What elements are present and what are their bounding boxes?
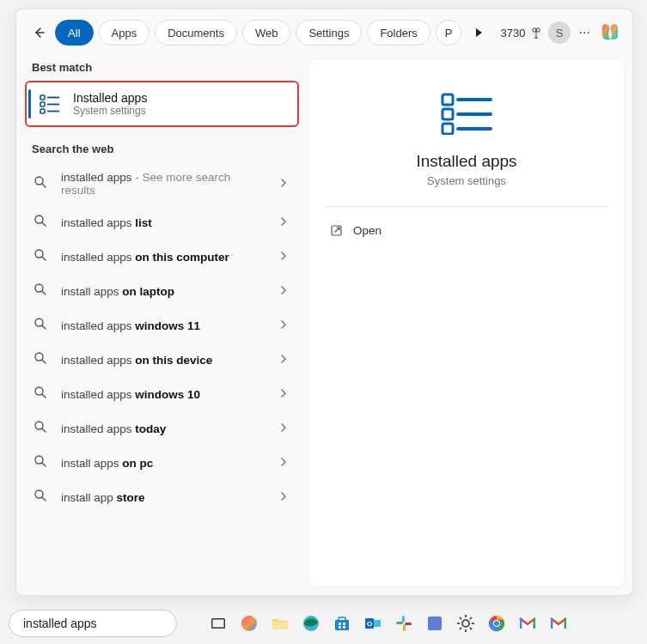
back-button[interactable]	[27, 21, 50, 45]
svg-rect-74	[565, 618, 567, 629]
web-result-item[interactable]: installed apps on this computer	[25, 240, 299, 274]
svg-rect-39	[213, 620, 224, 628]
svg-rect-46	[343, 623, 345, 625]
web-result-item[interactable]: installed apps - See more search results	[25, 162, 299, 205]
search-icon	[34, 420, 49, 437]
svg-line-65	[470, 617, 472, 619]
svg-rect-48	[343, 626, 345, 629]
search-icon	[34, 175, 49, 192]
web-result-item[interactable]: installed apps windows 11	[25, 308, 299, 343]
svg-line-16	[42, 291, 46, 295]
gmail1-button[interactable]	[516, 611, 540, 635]
web-result-text: install app store	[61, 491, 266, 504]
web-result-item[interactable]: installed apps today	[25, 411, 299, 446]
edge-icon	[302, 614, 320, 633]
web-result-item[interactable]: install app store	[25, 480, 299, 514]
points-value: 3730	[501, 27, 526, 39]
open-action[interactable]: Open	[325, 219, 387, 242]
web-result-text: installed apps - See more search results	[61, 171, 266, 197]
svg-rect-53	[396, 622, 403, 624]
svg-point-68	[494, 621, 499, 626]
copilot-button[interactable]	[599, 21, 622, 45]
svg-line-28	[42, 497, 46, 501]
chrome-button[interactable]	[485, 611, 509, 635]
web-result-text: installed apps on this device	[61, 354, 266, 367]
explorer-button[interactable]	[268, 611, 292, 635]
svg-rect-71	[534, 618, 536, 629]
outlook-button[interactable]: O	[361, 611, 385, 635]
outlook-icon: O	[363, 614, 382, 633]
search-icon	[34, 248, 49, 265]
settings-button[interactable]	[454, 611, 478, 635]
web-result-text: installed apps today	[61, 422, 266, 435]
taskbar-search[interactable]	[9, 610, 177, 637]
svg-rect-55	[405, 623, 412, 625]
taskview-button[interactable]	[206, 611, 230, 635]
search-icon	[34, 386, 49, 403]
web-result-text: installed apps windows 11	[61, 319, 266, 332]
svg-line-63	[470, 628, 472, 629]
tab-more[interactable]: P	[436, 20, 462, 46]
svg-rect-51	[374, 620, 381, 627]
tab-folders[interactable]: Folders	[367, 20, 430, 46]
divider	[325, 206, 608, 207]
svg-line-14	[42, 257, 46, 260]
gmail-icon	[518, 614, 537, 633]
search-input[interactable]	[23, 617, 174, 630]
section-search-web: Search the web	[25, 137, 304, 162]
best-match-title: Installed apps	[73, 91, 147, 105]
rewards-points[interactable]: 3730	[501, 26, 544, 39]
web-result-item[interactable]: install apps on pc	[25, 446, 299, 480]
web-result-item[interactable]: installed apps windows 10	[25, 377, 299, 411]
svg-rect-54	[403, 624, 406, 631]
edge-button[interactable]	[299, 611, 323, 635]
svg-rect-3	[40, 95, 45, 100]
best-match-subtitle: System settings	[73, 105, 147, 117]
web-result-item[interactable]: installed apps on this device	[25, 343, 299, 377]
content: Best match Installed apps System sett	[16, 52, 632, 595]
web-result-item[interactable]: installed apps list	[25, 205, 299, 240]
svg-rect-43	[335, 620, 349, 630]
gmail2-button[interactable]	[546, 611, 571, 635]
tab-settings[interactable]: Settings	[296, 20, 362, 46]
more-button[interactable]: ···	[576, 25, 594, 40]
tab-apps[interactable]: Apps	[99, 20, 150, 46]
open-label: Open	[353, 224, 381, 237]
preview-title: Installed apps	[416, 152, 516, 171]
section-best-match: Best match	[25, 56, 304, 81]
chevron-right-icon	[278, 489, 289, 505]
user-avatar[interactable]: S	[548, 21, 570, 44]
store-button[interactable]	[330, 611, 354, 635]
web-result-item[interactable]: install apps on laptop	[25, 274, 299, 308]
chevron-right-icon	[278, 352, 289, 368]
search-icon	[34, 489, 49, 506]
search-icon	[34, 283, 49, 300]
search-icon	[34, 317, 49, 334]
selection-indicator	[28, 89, 31, 118]
svg-point-57	[462, 620, 469, 627]
svg-line-12	[42, 222, 46, 226]
copilot-taskbar[interactable]	[237, 611, 261, 635]
chevron-right-icon	[278, 455, 289, 471]
taskview-icon	[210, 615, 227, 632]
slack-button[interactable]	[392, 611, 416, 635]
copilot-icon	[599, 21, 621, 43]
tab-web[interactable]: Web	[242, 20, 291, 46]
app1-button[interactable]	[423, 611, 447, 635]
preview-subtitle: System settings	[427, 174, 506, 187]
best-match-item[interactable]: Installed apps System settings	[25, 81, 299, 127]
svg-line-22	[42, 394, 46, 398]
chevron-right-icon	[278, 318, 289, 333]
svg-point-40	[241, 616, 257, 631]
preview-panel: Installed apps System settings Open	[309, 59, 624, 586]
rewards-icon	[529, 26, 543, 39]
best-match-text: Installed apps System settings	[73, 91, 147, 117]
svg-rect-30	[443, 109, 453, 119]
tab-next-button[interactable]	[467, 21, 490, 45]
play-icon	[473, 27, 484, 38]
tab-all[interactable]: All	[55, 20, 93, 46]
arrow-left-icon	[32, 26, 46, 39]
svg-rect-73	[551, 618, 553, 629]
tab-documents[interactable]: Documents	[155, 20, 237, 46]
open-icon	[330, 224, 343, 237]
